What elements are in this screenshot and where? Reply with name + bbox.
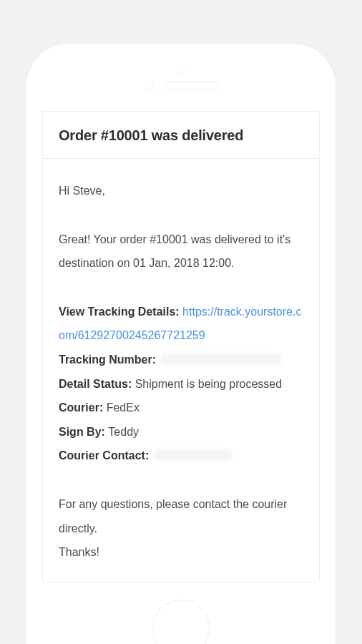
tracking-number-row: Tracking Number: bbox=[59, 348, 303, 372]
detail-status-value: Shipment is being processed bbox=[135, 378, 282, 390]
greeting: Hi Steve, bbox=[59, 179, 303, 203]
courier-label: Courier: bbox=[59, 401, 107, 414]
email-card: Order #10001 was delivered Hi Steve, Gre… bbox=[42, 111, 320, 582]
detail-status-row: Detail Status: Shipment is being process… bbox=[59, 372, 303, 396]
email-body: Hi Steve, Great! Your order #10001 was d… bbox=[43, 159, 319, 582]
phone-frame: Order #10001 was delivered Hi Steve, Gre… bbox=[26, 43, 336, 644]
email-title: Order #10001 was delivered bbox=[59, 127, 303, 144]
tracking-block: View Tracking Details: https://track.you… bbox=[59, 300, 303, 468]
speaker-icon bbox=[164, 82, 218, 89]
detail-status-label: Detail Status: bbox=[59, 378, 135, 390]
footer-paragraph: For any questions, please contact the co… bbox=[59, 492, 303, 565]
courier-contact-value-redacted bbox=[154, 449, 233, 461]
footer-line-1: For any questions, please contact the co… bbox=[59, 498, 287, 535]
sign-by-row: Sign By: Teddy bbox=[59, 420, 303, 444]
footer-line-2: Thanks! bbox=[59, 546, 99, 558]
email-header: Order #10001 was delivered bbox=[43, 112, 319, 159]
intro-paragraph: Great! Your order #10001 was delivered t… bbox=[59, 228, 303, 275]
courier-contact-row: Courier Contact: bbox=[59, 444, 303, 468]
tracking-number-value-redacted bbox=[160, 353, 282, 365]
courier-contact-label: Courier Contact: bbox=[59, 449, 152, 462]
courier-row: Courier: FedEx bbox=[59, 396, 303, 420]
tracking-number-label: Tracking Number: bbox=[59, 353, 159, 366]
courier-value: FedEx bbox=[107, 401, 140, 414]
sign-by-value: Teddy bbox=[108, 426, 139, 438]
sign-by-label: Sign By: bbox=[59, 426, 108, 438]
view-tracking-label: View Tracking Details: bbox=[59, 306, 182, 318]
speaker-row bbox=[144, 81, 218, 91]
view-tracking-row: View Tracking Details: https://track.you… bbox=[59, 300, 303, 348]
sensor-icon bbox=[144, 81, 154, 91]
home-button[interactable] bbox=[152, 600, 210, 644]
phone-status-bar bbox=[26, 67, 336, 91]
camera-icon bbox=[177, 67, 185, 74]
